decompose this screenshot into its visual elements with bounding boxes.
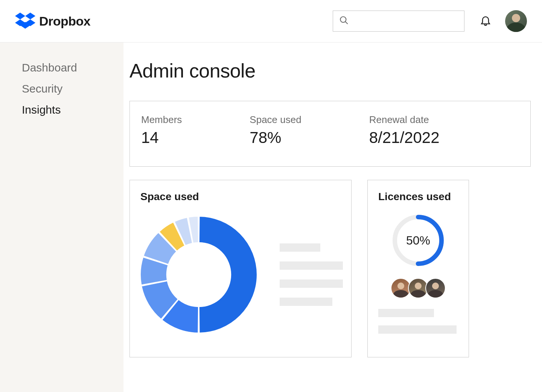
licences-percent-label: 50% [406,234,430,248]
brand-logo[interactable]: Dropbox [15,12,90,30]
svg-line-6 [345,21,348,24]
stat-value: 14 [141,129,182,147]
legend-placeholder-line [280,261,343,270]
member-avatar[interactable] [425,278,446,298]
text-placeholder-line [378,325,457,334]
space-used-card: Space used [129,180,352,357]
stat-renewal-date: Renewal date 8/21/2022 [369,114,440,147]
stat-value: 78% [250,129,301,147]
legend-placeholder-line [280,280,343,288]
space-used-donut-chart [140,216,257,333]
card-title: Space used [140,191,341,203]
sidebar-item-label: Security [22,82,62,95]
stat-label: Renewal date [369,114,440,126]
text-placeholder-line [378,309,434,317]
brand-name: Dropbox [39,14,90,29]
stat-members: Members 14 [141,114,182,147]
legend-placeholder-line [280,243,320,252]
user-avatar[interactable] [505,10,527,32]
chart-legend-placeholder [280,243,343,306]
search-field[interactable] [353,17,458,25]
sidebar-item-security[interactable]: Security [22,82,123,95]
svg-point-5 [340,17,346,22]
licences-progress-ring: 50% [392,214,445,267]
svg-marker-1 [25,13,35,20]
licences-avatars [378,278,458,298]
stat-value: 8/21/2022 [369,129,440,147]
summary-stats-card: Members 14 Space used 78% Renewal date 8… [129,101,531,167]
search-input[interactable] [333,11,464,32]
stat-space-used: Space used 78% [250,114,301,147]
sidebar-item-insights[interactable]: Insights [22,103,123,116]
svg-marker-0 [15,13,25,20]
stat-label: Members [141,114,182,126]
dropbox-icon [15,12,35,30]
app-header: Dropbox [0,0,542,43]
stat-label: Space used [250,114,301,126]
sidebar-item-dashboard[interactable]: Dashboard [22,61,123,74]
licences-used-card: Licences used 50% [367,180,469,357]
search-icon [339,15,349,27]
notifications-icon[interactable] [480,14,492,28]
sidebar-item-label: Dashboard [22,61,77,74]
main-content: Admin console Members 14 Space used 78% … [123,43,542,392]
sidebar: Dashboard Security Insights [0,43,123,392]
sidebar-item-label: Insights [22,103,61,116]
card-title: Licences used [378,191,458,203]
page-title: Admin console [129,59,531,82]
legend-placeholder-line [280,298,332,306]
licences-text-placeholder [378,309,458,334]
